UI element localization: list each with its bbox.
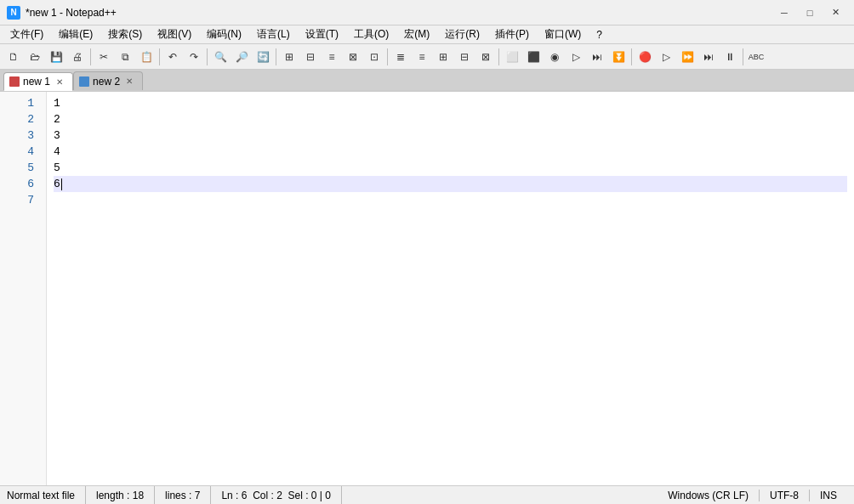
toolbar-button-23[interactable]: ≡ [412, 47, 432, 67]
toolbar-button-14[interactable]: 🔄 [253, 47, 273, 67]
menu-item-m[interactable]: 宏(M) [397, 25, 436, 43]
status-lines: lines : 7 [155, 486, 211, 504]
toolbar-button-0[interactable]: 🗋 [3, 47, 24, 67]
line-number-7: 7 [0, 192, 39, 208]
toolbar-separator [387, 48, 388, 65]
menu-item-f[interactable]: 文件(F) [3, 25, 50, 43]
status-mode: INS [810, 490, 847, 501]
toolbar-button-33[interactable]: ⏬ [608, 47, 629, 67]
toolbar-button-2[interactable]: 💾 [46, 47, 66, 67]
status-filetype: Normal text file [7, 486, 86, 504]
toolbar-button-22[interactable]: ≣ [390, 47, 411, 67]
toolbar-button-1[interactable]: 🗁 [25, 47, 45, 67]
editor-content[interactable]: 123456 [47, 92, 854, 485]
title-text: *new 1 - Notepad++ [26, 7, 117, 19]
toolbar: 🗋🗁💾🖨✂⧉📋↶↷🔍🔎🔄⊞⊟≡⊠⊡≣≡⊞⊟⊠⬜⬛◉▷⏭⏬🔴▷⏩⏭⏸ABC [0, 44, 854, 70]
toolbar-button-36[interactable]: ▷ [656, 47, 676, 67]
toolbar-button-31[interactable]: ▷ [566, 47, 586, 67]
menu-item-o[interactable]: 工具(O) [347, 25, 396, 43]
toolbar-button-17[interactable]: ⊟ [300, 47, 321, 67]
line-number-5: 5 [0, 160, 39, 176]
status-lineending: Windows (CR LF) [668, 490, 760, 501]
toolbar-button-10[interactable]: ↷ [184, 47, 204, 67]
menu-item-r[interactable]: 运行(R) [438, 25, 487, 43]
minimize-button[interactable]: ─ [772, 4, 796, 21]
line-text-2: 2 [54, 111, 60, 127]
toolbar-button-38[interactable]: ⏭ [698, 47, 719, 67]
menu-item-p[interactable]: 插件(P) [488, 25, 536, 43]
line-number-6: 6 [0, 176, 39, 192]
toolbar-button-32[interactable]: ⏭ [587, 47, 607, 67]
editor-line-4: 4 [54, 144, 847, 160]
toolbar-button-26[interactable]: ⊠ [475, 47, 496, 67]
app-icon: N [7, 6, 20, 20]
tab-0[interactable]: new 1✕ [3, 72, 73, 91]
title-left: N *new 1 - Notepad++ [7, 6, 117, 20]
toolbar-button-24[interactable]: ⊞ [433, 47, 453, 67]
menu-item-n[interactable]: 编码(N) [200, 25, 248, 43]
toolbar-button-18[interactable]: ≡ [322, 47, 342, 67]
tab-bar: new 1✕new 2✕ [0, 70, 854, 92]
line-number-1: 1 [0, 95, 39, 111]
line-numbers: 1234567 [0, 92, 47, 485]
line-text-3: 3 [54, 127, 60, 144]
toolbar-button-6[interactable]: ⧉ [115, 47, 135, 67]
editor-line-3: 3 [54, 127, 847, 144]
close-button[interactable]: ✕ [823, 4, 847, 21]
line-text-6: 6 [54, 176, 60, 192]
toolbar-button-35[interactable]: 🔴 [635, 47, 655, 67]
toolbar-button-39[interactable]: ⏸ [720, 47, 740, 67]
menu-item-l[interactable]: 语言(L) [250, 25, 297, 43]
toolbar-button-20[interactable]: ⊡ [364, 47, 384, 67]
toolbar-button-5[interactable]: ✂ [94, 47, 114, 67]
toolbar-separator [498, 48, 499, 65]
editor-line-5: 5 [54, 160, 847, 176]
menu-item-e[interactable]: 编辑(E) [52, 25, 100, 43]
toolbar-button-3[interactable]: 🖨 [67, 47, 88, 67]
toolbar-separator [743, 48, 743, 65]
line-text-4: 4 [54, 144, 60, 160]
menu-item-[interactable]: ? [589, 27, 609, 42]
toolbar-button-19[interactable]: ⊠ [343, 47, 363, 67]
editor-line-6: 6 [54, 176, 847, 192]
line-number-2: 2 [0, 111, 39, 127]
line-number-3: 3 [0, 127, 39, 144]
toolbar-button-13[interactable]: 🔎 [231, 47, 252, 67]
tab-label-0: new 1 [23, 76, 50, 88]
window-controls: ─ □ ✕ [772, 4, 847, 21]
editor-line-1: 1 [54, 95, 847, 111]
status-length: length : 18 [86, 486, 155, 504]
tab-close-1[interactable]: ✕ [123, 76, 135, 88]
status-encoding: UTF-8 [760, 490, 810, 501]
toolbar-button-41[interactable]: ABC [746, 47, 766, 67]
menu-item-w[interactable]: 窗口(W) [538, 25, 588, 43]
toolbar-button-29[interactable]: ⬛ [523, 47, 544, 67]
toolbar-button-25[interactable]: ⊟ [454, 47, 475, 67]
status-right: Windows (CR LF) UTF-8 INS [668, 490, 847, 501]
maximize-button[interactable]: □ [798, 4, 822, 21]
menu-item-s[interactable]: 搜索(S) [101, 25, 149, 43]
toolbar-button-12[interactable]: 🔍 [210, 47, 231, 67]
tab-label-1: new 2 [93, 76, 120, 88]
menu-item-v[interactable]: 视图(V) [151, 25, 198, 43]
line-text-5: 5 [54, 160, 60, 176]
tab-icon-1 [79, 76, 89, 87]
tab-icon-0 [9, 76, 20, 87]
title-bar: N *new 1 - Notepad++ ─ □ ✕ [0, 0, 854, 25]
toolbar-separator [90, 48, 91, 65]
tab-1[interactable]: new 2✕ [73, 71, 143, 90]
toolbar-button-16[interactable]: ⊞ [279, 47, 299, 67]
toolbar-button-28[interactable]: ⬜ [502, 47, 522, 67]
status-position: Ln : 6 Col : 2 Sel : 0 | 0 [211, 486, 342, 504]
status-bar: Normal text file length : 18 lines : 7 L… [0, 485, 854, 504]
toolbar-button-9[interactable]: ↶ [162, 47, 183, 67]
toolbar-separator [159, 48, 160, 65]
toolbar-button-30[interactable]: ◉ [544, 47, 565, 67]
editor-container: 1234567 123456 [0, 92, 854, 485]
toolbar-button-7[interactable]: 📋 [136, 47, 157, 67]
toolbar-separator [207, 48, 208, 65]
toolbar-button-37[interactable]: ⏩ [677, 47, 697, 67]
menu-item-t[interactable]: 设置(T) [299, 25, 345, 43]
tab-close-0[interactable]: ✕ [54, 76, 65, 88]
toolbar-separator [276, 48, 276, 65]
